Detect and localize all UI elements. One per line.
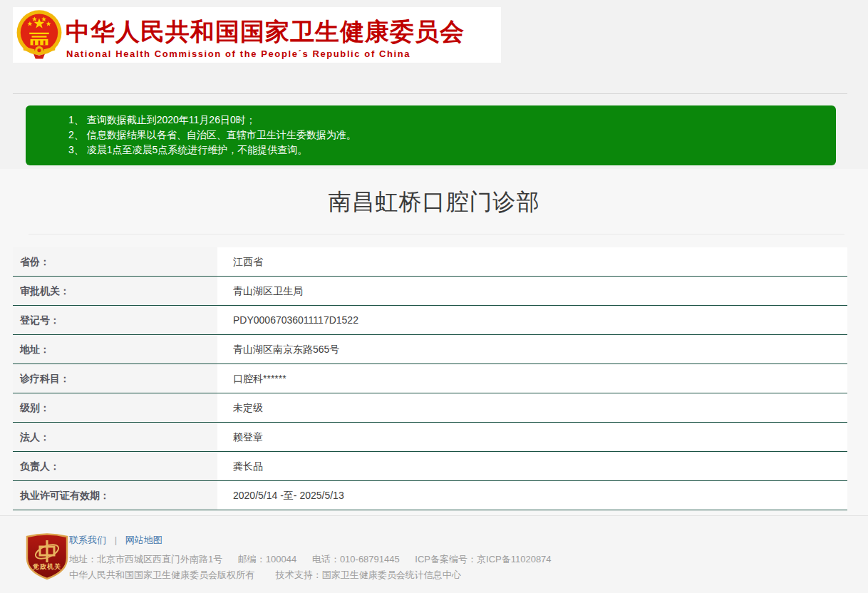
row-value: 龚长品 [217,452,847,480]
site-footer: 党政机关 联系我们 | 网站地图 地址：北京市西城区西直门外南路1号 邮编：10… [0,515,868,593]
page: 中华人民共和国国家卫生健康委员会 National Health Commiss… [0,0,868,593]
footer-postcode: 邮编：100044 [238,554,296,564]
header-divider [13,93,847,94]
site-title: 中华人民共和国国家卫生健康委员会 [66,16,493,48]
contact-us-link[interactable]: 联系我们 [69,535,106,545]
institution-info-table: 省份： 江西省 审批机关： 青山湖区卫生局 登记号： PDY0006703601… [13,247,847,510]
row-label: 省份： [13,247,217,276]
badge-label: 党政机关 [25,562,69,572]
footer-address: 地址：北京市西城区西直门外南路1号 [69,554,222,564]
table-row-level: 级别： 未定级 [13,393,847,423]
footer-tech-support: 技术支持：国家卫生健康委员会统计信息中心 [276,569,461,580]
main-panel: 南昌虹桥口腔门诊部 省份： 江西省 审批机关： 青山湖区卫生局 登记号： PDY… [0,169,868,515]
row-label: 地址： [13,335,217,363]
row-label: 登记号： [13,306,217,334]
table-row-province: 省份： 江西省 [13,247,847,277]
row-value: 赖登章 [217,423,847,451]
site-header: 中华人民共和国国家卫生健康委员会 National Health Commiss… [13,7,501,63]
notice-line: 3、 凌晨1点至凌晨5点系统进行维护，不能提供查询。 [68,143,836,158]
row-label: 级别： [13,393,217,422]
row-value: PDY00067036011117D1522 [217,306,847,334]
notice-line: 2、 信息数据结果以各省、自治区、直辖市卫生计生委数据为准。 [68,128,836,143]
notice-line: 1、 查询数据截止到2020年11月26日0时； [68,113,836,128]
site-title-en: National Health Commission of the People… [66,48,501,59]
table-row-person-in-charge: 负责人： 龚长品 [13,452,847,481]
row-label: 负责人： [13,452,217,480]
table-row-approval-authority: 审批机关： 青山湖区卫生局 [13,277,847,306]
institution-name-title: 南昌虹桥口腔门诊部 [0,187,868,218]
row-value: 江西省 [217,247,847,276]
table-row-legal-person: 法人： 赖登章 [13,423,847,452]
row-label: 执业许可证有效期： [13,481,217,510]
row-label: 法人： [13,423,217,451]
footer-icp-number: ICP备案编号：京ICP备11020874 [415,554,551,564]
table-row-departments: 诊疗科目： 口腔科****** [13,364,847,393]
party-government-badge-icon: 党政机关 [25,532,69,581]
table-row-license-validity: 执业许可证有效期： 2020/5/14 -至- 2025/5/13 [13,481,847,510]
notice-box: 1、 查询数据截止到2020年11月26日0时； 2、 信息数据结果以各省、自治… [26,105,836,165]
national-emblem-icon [16,9,63,61]
title-divider [29,234,844,234]
row-label: 审批机关： [13,277,217,305]
row-label: 诊疗科目： [13,364,217,393]
row-value: 未定级 [217,393,847,422]
row-value: 口腔科****** [217,364,847,393]
footer-copyright: 中华人民共和国国家卫生健康委员会版权所有 技术支持：国家卫生健康委员会统计信息中… [69,569,480,582]
row-value: 青山湖区卫生局 [217,277,847,305]
table-row-registration-number: 登记号： PDY00067036011117D1522 [13,306,847,335]
footer-copyright-text: 中华人民共和国国家卫生健康委员会版权所有 [69,569,254,580]
row-value: 青山湖区南京东路565号 [217,335,847,363]
row-value: 2020/5/14 -至- 2025/5/13 [217,481,847,510]
footer-links: 联系我们 | 网站地图 [69,534,162,547]
link-separator: | [115,535,117,545]
footer-contact-info: 地址：北京市西城区西直门外南路1号 邮编：100044 电话：010-68791… [69,553,564,566]
sitemap-link[interactable]: 网站地图 [125,535,162,545]
footer-phone: 电话：010-68791445 [312,554,400,564]
table-row-address: 地址： 青山湖区南京东路565号 [13,335,847,364]
